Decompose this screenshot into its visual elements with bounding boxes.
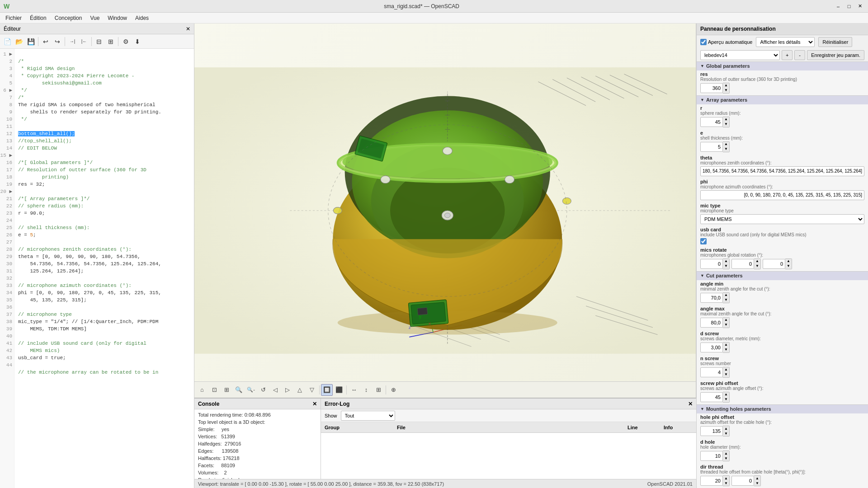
res-up[interactable]: ▲: [723, 83, 729, 88]
section-cut[interactable]: ▼ Cut parameters: [697, 271, 868, 280]
e-input[interactable]: [700, 142, 723, 152]
e-down[interactable]: ▼: [723, 147, 729, 152]
mics-rotate-z-down[interactable]: ▼: [785, 264, 792, 269]
vp-pan-left-button[interactable]: ◁: [269, 384, 281, 396]
menu-window[interactable]: Window: [104, 14, 131, 22]
mics-rotate-z-up[interactable]: ▲: [785, 259, 792, 264]
mics-rotate-x-up[interactable]: ▲: [723, 259, 729, 264]
vp-pan-down-button[interactable]: ▽: [306, 384, 318, 396]
angle-max-up[interactable]: ▲: [723, 318, 729, 323]
angle-max-down[interactable]: ▼: [723, 323, 729, 328]
menu-fichier[interactable]: Fichier: [2, 14, 25, 22]
hole-phi-offset-up[interactable]: ▲: [723, 426, 729, 431]
vp-rotate-button[interactable]: ↺: [257, 384, 269, 396]
dir-thread-phi-up[interactable]: ▲: [754, 476, 760, 481]
errorlog-close-btn[interactable]: ✕: [688, 401, 693, 407]
dir-thread-phi-down[interactable]: ▼: [754, 481, 760, 486]
vp-pan-right-button[interactable]: ▷: [282, 384, 293, 396]
d-hole-up[interactable]: ▲: [723, 451, 729, 456]
menu-conception[interactable]: Conception: [51, 14, 86, 22]
console-close-btn[interactable]: ✕: [312, 401, 317, 407]
indent-button[interactable]: →|: [67, 36, 78, 47]
n-screw-input[interactable]: [700, 367, 723, 377]
r-input[interactable]: [700, 117, 723, 127]
auto-preview-checkbox[interactable]: [700, 39, 707, 45]
save-file-button[interactable]: 💾: [25, 36, 36, 47]
angle-min-up[interactable]: ▲: [723, 293, 729, 298]
vp-scale2-button[interactable]: ↕: [360, 384, 372, 396]
n-screw-down[interactable]: ▼: [723, 372, 729, 377]
profile-select[interactable]: lebedev14: [700, 50, 780, 60]
vp-home-button[interactable]: ⌂: [196, 384, 208, 396]
open-file-button[interactable]: 📂: [14, 36, 24, 47]
vp-axes-button[interactable]: ⊕: [387, 384, 399, 396]
e-up[interactable]: ▲: [723, 142, 729, 147]
screw-phi-offset-input[interactable]: [700, 392, 723, 402]
compile-button[interactable]: ⚙: [120, 36, 131, 47]
outdent-button[interactable]: |←: [79, 36, 90, 47]
vp-pan-up-button[interactable]: △: [294, 384, 306, 396]
mics-rotate-y-down[interactable]: ▼: [754, 264, 760, 269]
dir-thread-theta-up[interactable]: ▲: [723, 476, 729, 481]
redo-button[interactable]: ↪: [52, 36, 63, 47]
mics-rotate-x-input[interactable]: [700, 259, 723, 269]
vp-zoom-out-button[interactable]: 🔍-: [245, 384, 257, 396]
screw-phi-offset-down[interactable]: ▼: [723, 397, 729, 402]
r-down[interactable]: ▼: [723, 122, 729, 127]
mics-rotate-y-input[interactable]: [731, 259, 754, 269]
hole-phi-offset-input[interactable]: [700, 426, 723, 436]
vp-render2-button[interactable]: ⬛: [333, 384, 345, 396]
mics-rotate-x-down[interactable]: ▼: [723, 264, 729, 269]
fold-all-button[interactable]: ⊟: [94, 36, 104, 47]
profile-add-button[interactable]: +: [782, 50, 793, 60]
d-hole-down[interactable]: ▼: [723, 456, 729, 461]
menu-aides[interactable]: Aides: [132, 14, 152, 22]
angle-min-down[interactable]: ▼: [723, 298, 729, 303]
vp-grid-button[interactable]: ⊞: [373, 384, 384, 396]
d-screw-up[interactable]: ▲: [723, 343, 729, 347]
section-array[interactable]: ▼ Array parameters: [697, 95, 868, 104]
code-editor[interactable]: /* * Rigid SMA design * Copyright 2023-2…: [14, 49, 194, 488]
vp-zoom-in-button[interactable]: 🔍: [233, 384, 245, 396]
minimize-button[interactable]: –: [834, 2, 843, 11]
dir-thread-theta-down[interactable]: ▼: [723, 481, 729, 486]
n-screw-up[interactable]: ▲: [723, 367, 729, 372]
screw-phi-offset-up[interactable]: ▲: [723, 392, 729, 397]
vp-zoom-fit-button[interactable]: ⊞: [221, 384, 232, 396]
vp-scale-button[interactable]: ↔: [348, 384, 360, 396]
mics-rotate-z-input[interactable]: [763, 259, 785, 269]
hole-phi-offset-down[interactable]: ▼: [723, 431, 729, 436]
usb-card-checkbox[interactable]: [700, 238, 707, 244]
angle-min-input[interactable]: [700, 293, 723, 303]
close-button[interactable]: ✕: [855, 2, 864, 11]
section-global[interactable]: ▼ Global parameters: [697, 61, 868, 70]
d-screw-down[interactable]: ▼: [723, 347, 729, 352]
mics-rotate-y-up[interactable]: ▲: [754, 259, 760, 264]
new-file-button[interactable]: 📄: [2, 36, 13, 47]
d-screw-input[interactable]: [700, 343, 723, 352]
compile-render-button[interactable]: ⬇: [132, 36, 143, 47]
unfold-all-button[interactable]: ⊞: [105, 36, 116, 47]
save-profile-button[interactable]: Enregistrer jeu param.: [807, 50, 864, 60]
vp-render-button[interactable]: 🔲: [321, 384, 333, 396]
phi-input[interactable]: [700, 190, 864, 200]
editor-close-btn[interactable]: ✕: [186, 26, 190, 32]
angle-max-input[interactable]: [700, 318, 723, 328]
vp-fit-button[interactable]: ⊡: [208, 384, 220, 396]
menu-edition[interactable]: Édition: [26, 14, 50, 22]
maximize-button[interactable]: □: [844, 2, 854, 11]
r-up[interactable]: ▲: [723, 117, 729, 122]
show-details-select[interactable]: Afficher les détails: [756, 37, 815, 47]
d-hole-input[interactable]: [700, 451, 723, 461]
menu-vue[interactable]: Vue: [86, 14, 103, 22]
res-input[interactable]: [700, 83, 723, 93]
reset-button[interactable]: Réinitialiser: [818, 37, 852, 47]
profile-remove-button[interactable]: -: [794, 50, 805, 60]
res-down[interactable]: ▼: [723, 88, 729, 93]
dir-thread-phi-input[interactable]: [731, 476, 754, 486]
mic-type-select[interactable]: 1/4 PDM MEMS TDM MEMS: [700, 214, 864, 224]
undo-button[interactable]: ↩: [40, 36, 51, 47]
theta-input[interactable]: [700, 166, 864, 176]
show-filter-select[interactable]: Tout Erreurs Avertissements: [341, 411, 395, 421]
section-mounting[interactable]: ▼ Mounting holes parameters: [697, 404, 868, 413]
